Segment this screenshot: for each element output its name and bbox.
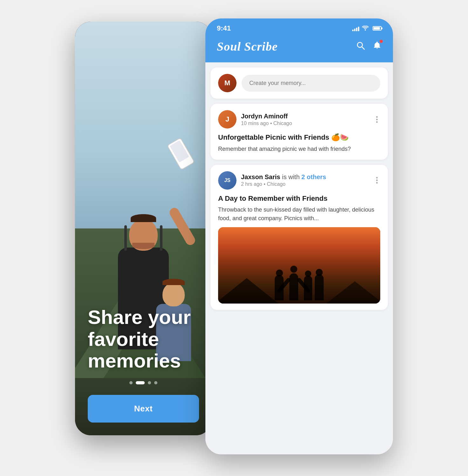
notification-icon[interactable] (373, 41, 382, 52)
battery-fill (374, 27, 380, 30)
page-dots (75, 381, 212, 391)
signal-bars-icon (352, 25, 359, 31)
dot-1[interactable] (129, 381, 133, 384)
post-2-author-name: Jaxson Saris (241, 173, 280, 180)
status-icons (352, 25, 382, 32)
my-avatar: M (218, 74, 237, 92)
my-avatar-image: M (218, 74, 237, 92)
wifi-icon (362, 25, 369, 32)
post-2-with-text: is with (282, 173, 301, 180)
more-dot-3 (376, 121, 378, 123)
post-card-2: JS Jaxson Saris is with 2 others 2 hrs a… (210, 165, 388, 310)
more-dot-1 (376, 116, 378, 118)
mountain-silhouette-left (218, 278, 279, 304)
next-button[interactable]: Next (88, 395, 199, 423)
post-2-separator: • (264, 181, 267, 187)
more-dot-6 (376, 182, 378, 184)
phones-container: Share your favorite memories Next 9:41 (75, 22, 393, 454)
hero-line1: Share your favorite memories (88, 306, 191, 371)
post-1-body: Remember that amazing picnic we had with… (218, 145, 380, 153)
status-bar: 9:41 (205, 18, 393, 36)
dot-4[interactable] (154, 381, 157, 384)
post-1-time: 10 mins ago (241, 121, 269, 126)
post-1-author-name: Jordyn Aminoff (241, 113, 288, 120)
mountain-silhouette-right (326, 281, 380, 304)
phone-right: 9:41 Soul Scribe (205, 18, 393, 454)
hero-text: Share your favorite memories (75, 306, 212, 372)
post-2-info: Jaxson Saris is with 2 others 2 hrs ago … (241, 173, 369, 187)
post-2-location: Chicago (267, 181, 286, 187)
search-icon[interactable] (356, 41, 365, 52)
next-btn-container: Next (88, 395, 199, 423)
jaxson-avatar-image: JS (218, 171, 237, 190)
post-2-more-button[interactable] (374, 176, 380, 185)
signal-bar-2 (354, 29, 355, 31)
dot-2-active[interactable] (136, 381, 145, 384)
my-avatar-initial: M (224, 79, 230, 87)
jordyn-avatar-image: J (218, 110, 237, 129)
post-2-others: 2 others (301, 173, 326, 180)
post-1-more-button[interactable] (374, 115, 380, 124)
jaxson-avatar: JS (218, 171, 237, 190)
silhouette-3 (303, 270, 313, 300)
post-1-title: Unforgettable Picnic with Friends 🍊🍉 (218, 133, 380, 142)
post-1-separator: • (270, 121, 273, 126)
post-2-meta: 2 hrs ago • Chicago (241, 181, 369, 187)
dot-3[interactable] (148, 381, 151, 384)
jordyn-initial: J (225, 115, 229, 123)
create-memory-card: M (210, 67, 388, 99)
app-header: Soul Scribe (205, 36, 393, 62)
more-dot-5 (376, 179, 378, 181)
post-card-1: J Jordyn Aminoff 10 mins ago • Chicago (210, 104, 388, 160)
post-2-header: JS Jaxson Saris is with 2 others 2 hrs a… (218, 171, 380, 190)
post-1-meta: 10 mins ago • Chicago (241, 121, 369, 126)
post-1-author: Jordyn Aminoff (241, 113, 369, 120)
left-phone-content: Share your favorite memories (75, 22, 212, 435)
post-1-location: Chicago (273, 121, 292, 126)
svg-line-1 (362, 47, 365, 49)
signal-bar-4 (358, 27, 359, 31)
post-2-author: Jaxson Saris is with 2 others (241, 173, 369, 181)
post-2-time: 2 hrs ago (241, 181, 262, 187)
post-1-header: J Jordyn Aminoff 10 mins ago • Chicago (218, 110, 380, 129)
post-2-image (218, 227, 380, 304)
app-title: Soul Scribe (217, 39, 278, 53)
post-2-body: Throwback to the sun-kissed day filled w… (218, 206, 380, 223)
more-dot-4 (376, 177, 378, 178)
post-1-info: Jordyn Aminoff 10 mins ago • Chicago (241, 113, 369, 126)
post-2-title: A Day to Remember with Friends (218, 194, 380, 203)
header-icons (356, 41, 382, 52)
app-content: M J Jordyn Aminoff (205, 62, 393, 454)
phone-left: Share your favorite memories Next (75, 22, 212, 435)
svg-point-0 (357, 42, 362, 47)
create-memory-input[interactable] (242, 75, 380, 92)
jaxson-initial: JS (224, 178, 231, 183)
signal-bar-3 (356, 28, 357, 31)
silhouette-2 (286, 266, 302, 300)
signal-bar-1 (352, 30, 354, 31)
battery-icon (373, 26, 382, 31)
jordyn-avatar: J (218, 110, 237, 129)
silhouette-4 (314, 269, 324, 300)
notification-badge (379, 39, 383, 44)
more-dot-2 (376, 119, 378, 120)
status-time: 9:41 (217, 24, 231, 32)
